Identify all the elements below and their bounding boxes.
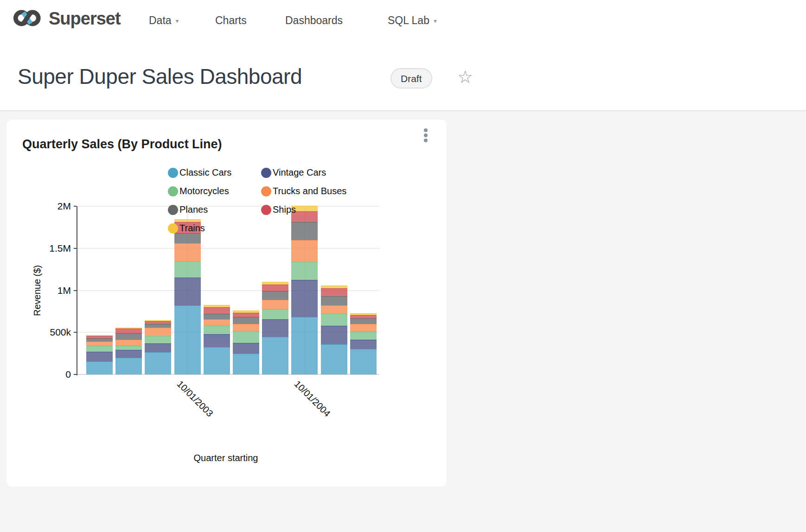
bar-segment[interactable] bbox=[86, 346, 113, 352]
bar-segment[interactable] bbox=[204, 305, 230, 307]
bar-segment[interactable] bbox=[145, 352, 171, 374]
bar-segment[interactable] bbox=[204, 319, 230, 326]
bar-segment[interactable] bbox=[321, 305, 347, 314]
bar-segment[interactable] bbox=[86, 342, 113, 346]
bar-segment[interactable] bbox=[204, 326, 230, 334]
bar-segment[interactable] bbox=[262, 285, 288, 291]
bar-segment[interactable] bbox=[145, 343, 171, 352]
bar-segment[interactable] bbox=[145, 328, 171, 336]
bar-segment[interactable] bbox=[262, 319, 288, 337]
bar-segment[interactable] bbox=[350, 340, 377, 349]
bar-segment[interactable] bbox=[321, 285, 347, 288]
nav-item-dashboards[interactable]: Dashboards bbox=[285, 14, 343, 27]
favorite-star-icon[interactable]: ☆ bbox=[457, 67, 473, 87]
legend-dot-icon bbox=[168, 186, 178, 196]
bar-segment[interactable] bbox=[115, 329, 142, 333]
bar-segment[interactable] bbox=[350, 313, 377, 315]
bar-segment[interactable] bbox=[115, 358, 142, 374]
bar-segment[interactable] bbox=[204, 307, 230, 314]
y-tick-label: 1M bbox=[31, 285, 71, 296]
bar-segment[interactable] bbox=[350, 315, 377, 318]
bar-segment[interactable] bbox=[145, 324, 171, 328]
bar-segment[interactable] bbox=[174, 219, 201, 222]
bar-segment[interactable] bbox=[86, 352, 113, 361]
bar-segment[interactable] bbox=[321, 296, 347, 305]
y-tick-label: 0 bbox=[31, 369, 71, 380]
legend-label: Classic Cars bbox=[179, 167, 231, 178]
chevron-down-icon: ▾ bbox=[176, 17, 179, 25]
bar-segment[interactable] bbox=[204, 334, 230, 347]
bar-segment[interactable] bbox=[145, 321, 171, 324]
gridline bbox=[77, 248, 379, 249]
bar-segment[interactable] bbox=[350, 331, 377, 340]
bar-segment[interactable] bbox=[204, 314, 230, 319]
bar-segment[interactable] bbox=[233, 313, 259, 317]
chart-options-menu-icon[interactable] bbox=[421, 127, 430, 145]
bar-segment[interactable] bbox=[115, 350, 142, 358]
bar-segment[interactable] bbox=[350, 318, 377, 324]
bar-segment[interactable] bbox=[174, 261, 201, 278]
dashboard-title: Super Duper Sales Dashboard bbox=[18, 64, 302, 89]
bar-segment[interactable] bbox=[145, 336, 171, 343]
bar-segment[interactable] bbox=[262, 337, 288, 374]
bar-segment[interactable] bbox=[291, 280, 318, 317]
nav-item-sql-lab[interactable]: SQL Lab▾ bbox=[388, 14, 437, 27]
superset-logo-icon[interactable] bbox=[9, 6, 45, 30]
y-tick-label: 2M bbox=[31, 201, 71, 212]
x-tick-label: 10/01/2003 bbox=[175, 379, 215, 419]
y-tick-label: 500k bbox=[31, 327, 71, 338]
bar-segment[interactable] bbox=[262, 300, 288, 309]
bar-segment[interactable] bbox=[86, 338, 113, 342]
bar-segment[interactable] bbox=[174, 233, 201, 243]
bar-segment[interactable] bbox=[262, 291, 288, 300]
bar-segment[interactable] bbox=[115, 333, 142, 340]
legend-label: Planes bbox=[179, 204, 208, 215]
bar-segment[interactable] bbox=[174, 305, 201, 374]
bar-segment[interactable] bbox=[233, 317, 259, 324]
nav-item-data[interactable]: Data▾ bbox=[149, 14, 179, 27]
bar-segment[interactable] bbox=[86, 336, 113, 338]
bar-segment[interactable] bbox=[233, 324, 259, 331]
y-axis-line bbox=[77, 206, 77, 375]
chevron-down-icon: ▾ bbox=[434, 17, 437, 25]
bar-segment[interactable] bbox=[233, 354, 259, 374]
y-tick-mark bbox=[74, 248, 77, 249]
bar-segment[interactable] bbox=[350, 324, 377, 331]
bar-segment[interactable] bbox=[233, 331, 259, 343]
bar-segment[interactable] bbox=[350, 349, 377, 374]
y-tick-mark bbox=[74, 332, 77, 333]
nav-item-charts[interactable]: Charts bbox=[215, 14, 247, 27]
bar-segment[interactable] bbox=[86, 361, 113, 374]
bar-segment[interactable] bbox=[204, 347, 230, 374]
bar-segment[interactable] bbox=[321, 344, 347, 374]
legend-dot-icon bbox=[261, 205, 271, 215]
top-header: Superset Data▾ Charts Dashboards SQL Lab… bbox=[0, 0, 806, 111]
bar-segment[interactable] bbox=[233, 343, 259, 354]
bar-segment[interactable] bbox=[321, 326, 347, 344]
bar-segment[interactable] bbox=[321, 314, 347, 326]
bar-segment[interactable] bbox=[291, 222, 318, 240]
status-badge: Draft bbox=[390, 68, 432, 89]
legend-label: Ships bbox=[273, 204, 296, 215]
legend-label: Motorcycles bbox=[179, 186, 229, 196]
bar-segment[interactable] bbox=[174, 243, 201, 262]
y-tick-label: 1.5M bbox=[31, 243, 71, 254]
legend-label: Trucks and Buses bbox=[273, 186, 346, 196]
brand-name[interactable]: Superset bbox=[49, 9, 121, 29]
bar-segment[interactable] bbox=[115, 340, 142, 346]
bar-segment[interactable] bbox=[291, 317, 318, 374]
bar-segment[interactable] bbox=[86, 335, 113, 336]
chart-card: Quarterly Sales (By Product Line) Revenu… bbox=[6, 120, 447, 487]
bar-segment[interactable] bbox=[262, 282, 288, 285]
x-tick-label: 10/01/2004 bbox=[292, 379, 333, 419]
bar-segment[interactable] bbox=[262, 309, 288, 319]
bar-segment[interactable] bbox=[291, 240, 318, 262]
bar-segment[interactable] bbox=[174, 278, 201, 305]
bar-segment[interactable] bbox=[115, 328, 142, 329]
x-axis-title: Quarter starting bbox=[156, 453, 295, 463]
bar-segment[interactable] bbox=[321, 288, 347, 296]
bar-segment[interactable] bbox=[233, 310, 259, 313]
bar-segment[interactable] bbox=[115, 346, 142, 350]
bar-segment[interactable] bbox=[291, 262, 318, 280]
bar-segment[interactable] bbox=[145, 320, 171, 321]
